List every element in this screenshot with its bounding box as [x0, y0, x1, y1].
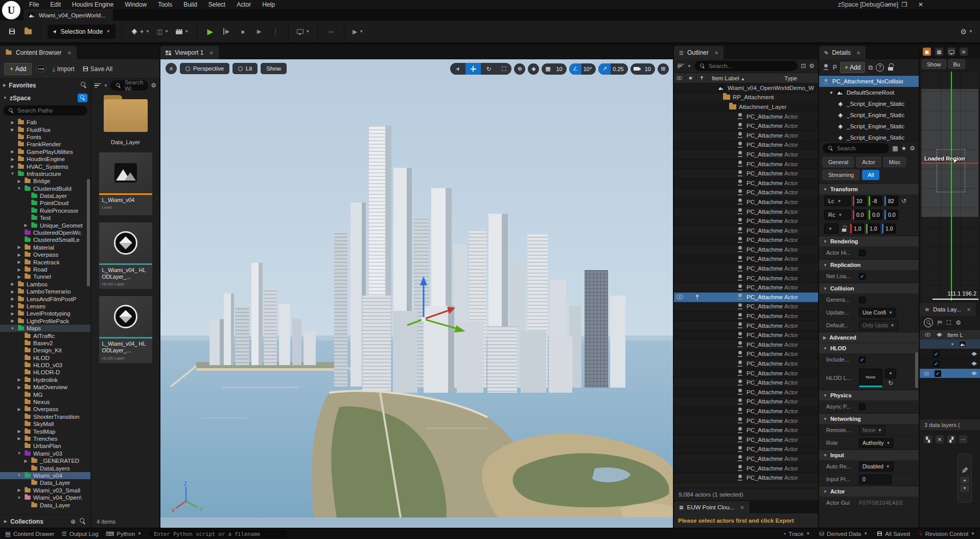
- tree-item-racetrack[interactable]: ▶Racetrack: [0, 258, 90, 265]
- chevron-right-icon[interactable]: ▶: [16, 429, 22, 434]
- checkbox[interactable]: [859, 297, 866, 303]
- wp-bugit-button[interactable]: Bu: [948, 59, 965, 69]
- revision-tab-icon[interactable]: ▣: [923, 48, 931, 56]
- outliner-row[interactable]: PC_AttachmeActor: [674, 169, 818, 178]
- surface-snap-button[interactable]: ◈: [528, 63, 539, 75]
- component-row[interactable]: ▼DefaultSceneRoot: [819, 87, 919, 98]
- chevron-right-icon[interactable]: ▶: [16, 377, 22, 382]
- import-button[interactable]: ⤓Import: [50, 62, 76, 76]
- help-icon[interactable]: ?: [876, 63, 884, 72]
- chevron-right-icon[interactable]: ▶: [16, 179, 22, 184]
- chevron-down-icon[interactable]: ▼: [10, 171, 15, 176]
- asset-card[interactable]: L_Wiami_v04_ HLODLayer_...HLOD Layer: [99, 222, 152, 289]
- camera-speed-icon[interactable]: [631, 63, 643, 75]
- tree-item-fluidflux[interactable]: ▶FluidFlux: [0, 126, 90, 133]
- section-collision[interactable]: ▼Collision: [819, 283, 919, 294]
- checkbox[interactable]: [859, 356, 866, 363]
- outliner-row[interactable]: PC_AttachmeActor: [674, 264, 818, 274]
- location-dropdown[interactable]: Lc▼: [824, 196, 851, 206]
- checker-icon-1[interactable]: ▚: [924, 435, 932, 443]
- chevron-down-icon[interactable]: ▼: [829, 91, 833, 95]
- outliner-row[interactable]: PC_AttachmeActor: [674, 112, 818, 122]
- tree-item-road[interactable]: ▶Road: [0, 266, 90, 273]
- filter-chip-streaming[interactable]: Streaming: [823, 170, 859, 180]
- tab-details[interactable]: ✎ Details✕: [819, 46, 866, 59]
- scale-lock-icon[interactable]: [841, 226, 848, 232]
- outliner-row[interactable]: PC_AttachmeActor: [674, 435, 818, 445]
- tree-item-datalayer[interactable]: DataLayer: [0, 192, 90, 199]
- chevron-down-icon[interactable]: ▼: [10, 326, 15, 331]
- platforms-button[interactable]: ⎓: [324, 25, 338, 38]
- menu-help[interactable]: Help: [256, 0, 281, 9]
- outliner-row[interactable]: PC_AttachmeActor: [674, 178, 818, 188]
- location-y-field[interactable]: -8: [869, 196, 882, 206]
- tab-outliner[interactable]: ☰ Outliner✕: [674, 46, 724, 59]
- asset-card[interactable]: L_Wiami_v04Level: [99, 152, 152, 215]
- reset-icon[interactable]: ↺: [901, 197, 906, 205]
- tree-item-frankrender[interactable]: FrankRender: [0, 141, 90, 148]
- root-path-row[interactable]: ▼zSpace: [0, 92, 90, 104]
- tree-item-infrastructure[interactable]: ▼Infrastructure: [0, 170, 90, 177]
- collections-row[interactable]: ▶Collections ⊕: [0, 514, 90, 528]
- tree-item-mg[interactable]: MG: [0, 391, 90, 398]
- pen-down-button[interactable]: ▼: [961, 485, 969, 491]
- chevron-right-icon[interactable]: ▶: [10, 164, 15, 169]
- outliner-row[interactable]: PC_AttachmeActor: [674, 274, 818, 283]
- pen-tool-panel[interactable]: ✎ ▲ ▼: [958, 454, 972, 503]
- tree-item-tunnel[interactable]: ▶Tunnel: [0, 273, 90, 280]
- tree-item-overpass[interactable]: ▶Overpass: [0, 251, 90, 258]
- chevron-right-icon[interactable]: ▶: [10, 304, 15, 308]
- tab-viewport[interactable]: Viewport 1✕: [160, 46, 219, 59]
- lock-icon[interactable]: [887, 63, 895, 71]
- filter-chip-general[interactable]: General: [823, 157, 854, 167]
- layer-add-icon[interactable]: ⛿: [938, 319, 942, 326]
- outliner-row[interactable]: PC_AttachmeActor: [674, 369, 818, 378]
- tree-item-lenses[interactable]: ▶Lenses: [0, 303, 90, 310]
- close-icon[interactable]: ✕: [67, 50, 71, 56]
- settings-button[interactable]: ⚙▼: [959, 25, 975, 38]
- visibility-column-icon[interactable]: [676, 75, 683, 81]
- tree-item-bridge[interactable]: ▶Bridge: [0, 177, 90, 185]
- component-row[interactable]: _Script_Engine_Static: [819, 109, 919, 121]
- dropdown[interactable]: Only Upda▼: [859, 321, 898, 330]
- tree-item-maps[interactable]: ▼Maps: [0, 325, 90, 332]
- chevron-right-icon[interactable]: ▶: [16, 488, 22, 492]
- pen-up-button[interactable]: ▲: [961, 477, 969, 483]
- chevron-right-icon[interactable]: ▶: [10, 120, 15, 125]
- tree-item-basev2[interactable]: Basev2: [0, 340, 90, 347]
- search-icon[interactable]: [924, 318, 933, 327]
- tree-item-matoverview[interactable]: ▶MatOverview: [0, 384, 90, 391]
- chevron-right-icon[interactable]: ▶: [16, 267, 22, 272]
- browse-content-button[interactable]: [21, 25, 35, 38]
- play-options-button[interactable]: ⋮: [269, 25, 282, 38]
- outliner-row[interactable]: PC_AttachmeActor: [674, 197, 818, 207]
- add-button[interactable]: +Add: [4, 63, 32, 75]
- python-console-input[interactable]: Enter Python script or a filename: [149, 530, 288, 538]
- add-actor-button[interactable]: +▼: [128, 25, 152, 38]
- close-icon[interactable]: ✕: [740, 505, 744, 510]
- outliner-row[interactable]: PC_AttachmeActor: [674, 321, 818, 331]
- trace-button[interactable]: ◔Trace▼: [783, 531, 810, 537]
- monitor-tab-icon[interactable]: [947, 48, 955, 56]
- tree-item-levelprototyping[interactable]: ▶LevelPrototyping: [0, 310, 90, 317]
- tree-item-wiami_v03[interactable]: ▼Wiami_v03: [0, 450, 90, 457]
- checkbox[interactable]: [859, 403, 866, 410]
- menu-select[interactable]: Select: [203, 0, 231, 9]
- tree-item-clusteredopenwc[interactable]: ClusteredOpenWc: [0, 229, 90, 236]
- outliner-row[interactable]: PC_AttachmeActor: [674, 283, 818, 293]
- filter-icon[interactable]: [678, 64, 684, 69]
- chevron-right-icon[interactable]: ▶: [16, 436, 22, 441]
- checkbox[interactable]: [933, 351, 940, 357]
- tree-item-hlod_v03[interactable]: HLOD_v03: [0, 362, 90, 369]
- outliner-row[interactable]: PC_AttachmeActor: [674, 359, 818, 369]
- tree-item-test[interactable]: Test: [0, 214, 90, 221]
- scale-dropdown[interactable]: ▼: [824, 223, 838, 234]
- pin-column-icon[interactable]: [699, 75, 705, 81]
- tree-item-clusteredbuild[interactable]: ▼ClusteredBuild: [0, 185, 90, 192]
- rotation-y-field[interactable]: 0.0: [869, 210, 882, 220]
- section-replication[interactable]: ▼Replication: [819, 259, 919, 270]
- outliner-row[interactable]: PC_AttachmeActor: [674, 236, 818, 245]
- outliner-row[interactable]: PC_AttachmeActor: [674, 245, 818, 255]
- filter-icon[interactable]: [95, 83, 101, 88]
- eject-button[interactable]: ▶: [252, 25, 266, 38]
